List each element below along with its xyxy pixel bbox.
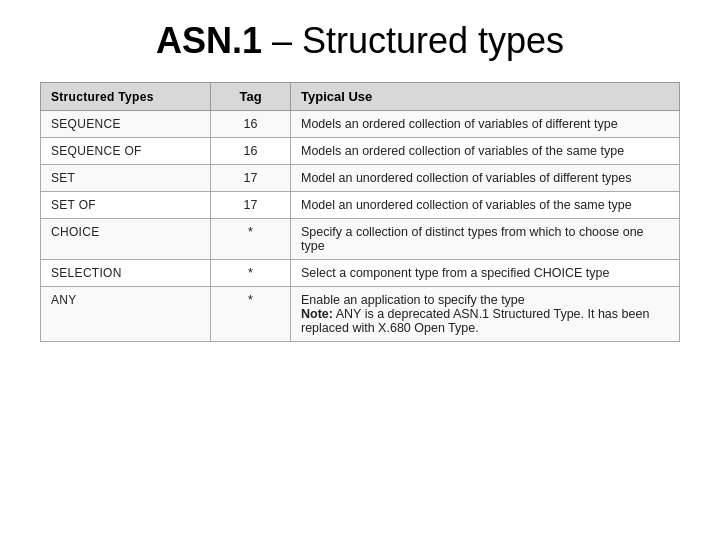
structured-types-table: Structured Types Tag Typical Use SEQUENC… (40, 82, 680, 342)
table-row: CHOICE * Specify a collection of distinc… (41, 219, 680, 260)
cell-type-any: ANY (41, 287, 211, 342)
cell-tag-selection: * (211, 260, 291, 287)
cell-type-choice: CHOICE (41, 219, 211, 260)
col-header-use: Typical Use (291, 83, 680, 111)
table-row: SET 17 Model an unordered collection of … (41, 165, 680, 192)
cell-use-set-of: Model an unordered collection of variabl… (291, 192, 680, 219)
table-row: SELECTION * Select a component type from… (41, 260, 680, 287)
cell-use-sequence: Models an ordered collection of variable… (291, 111, 680, 138)
table-row: SET OF 17 Model an unordered collection … (41, 192, 680, 219)
cell-use-sequence-of: Models an ordered collection of variable… (291, 138, 680, 165)
cell-type-sequence-of: SEQUENCE OF (41, 138, 211, 165)
title-dash: – (262, 20, 302, 61)
cell-tag-set: 17 (211, 165, 291, 192)
cell-type-set-of: SET OF (41, 192, 211, 219)
title-bold: ASN.1 (156, 20, 262, 61)
any-note-text: ANY is a deprecated ASN.1 Structured Typ… (301, 307, 649, 335)
cell-type-set: SET (41, 165, 211, 192)
table-header-row: Structured Types Tag Typical Use (41, 83, 680, 111)
cell-tag-any: * (211, 287, 291, 342)
title-rest: Structured types (302, 20, 564, 61)
cell-use-selection: Select a component type from a specified… (291, 260, 680, 287)
cell-tag-set-of: 17 (211, 192, 291, 219)
table-row: SEQUENCE 16 Models an ordered collection… (41, 111, 680, 138)
page-title: ASN.1 – Structured types (40, 20, 680, 62)
cell-type-selection: SELECTION (41, 260, 211, 287)
cell-tag-sequence: 16 (211, 111, 291, 138)
cell-use-any: Enable an application to specify the typ… (291, 287, 680, 342)
table-row: ANY * Enable an application to specify t… (41, 287, 680, 342)
table-row: SEQUENCE OF 16 Models an ordered collect… (41, 138, 680, 165)
col-header-tag: Tag (211, 83, 291, 111)
cell-tag-sequence-of: 16 (211, 138, 291, 165)
col-header-type: Structured Types (41, 83, 211, 111)
cell-use-set: Model an unordered collection of variabl… (291, 165, 680, 192)
cell-type-sequence: SEQUENCE (41, 111, 211, 138)
any-note-label: Note: (301, 307, 333, 321)
cell-use-choice: Specify a collection of distinct types f… (291, 219, 680, 260)
cell-tag-choice: * (211, 219, 291, 260)
any-use-plain: Enable an application to specify the typ… (301, 293, 525, 307)
